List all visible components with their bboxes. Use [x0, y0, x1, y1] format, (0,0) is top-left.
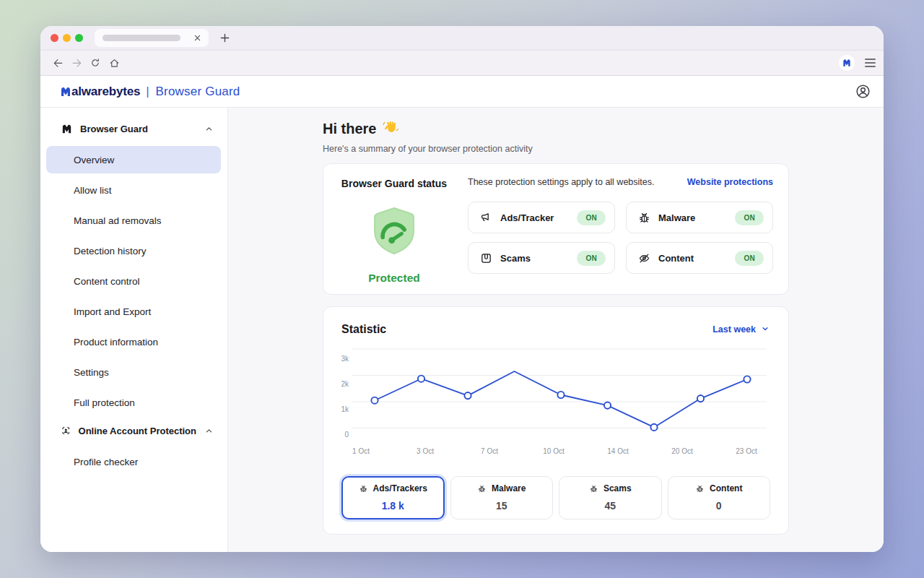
protection-state-toggle[interactable]: ON [577, 251, 606, 266]
chevron-up-icon [204, 124, 214, 134]
statistic-chart: 01k2k3k1 Oct3 Oct7 Oct10 Oct14 Oct20 Oct… [341, 342, 770, 459]
refresh-icon[interactable] [86, 53, 105, 72]
waving-hand-icon [383, 119, 398, 135]
sidebar-item-full-protection[interactable]: Full protection [46, 389, 221, 416]
chevron-up-icon[interactable] [204, 426, 214, 436]
protected-shield-icon [369, 205, 419, 256]
protection-state-toggle[interactable]: ON [735, 251, 764, 266]
refresh-icon [90, 57, 101, 69]
main-content: Hi there Here's a summary of your browse… [228, 108, 884, 552]
range-selector[interactable]: Last week [712, 324, 770, 336]
bug-icon [695, 484, 705, 493]
protection-label: Ads/Tracker [500, 212, 554, 223]
minimize-window-button[interactable] [63, 34, 71, 42]
website-protections-link[interactable]: Website protections [687, 177, 773, 187]
stat-label: Scams [603, 483, 632, 493]
x-tick-label: 3 Oct [417, 447, 434, 455]
sidebar-item-profile-checker[interactable]: Profile checker [46, 448, 221, 475]
malwarebytes-logo: alwarebytes | Browser Guard [59, 85, 240, 99]
waving-hand-icon [383, 119, 398, 139]
stat-card-content[interactable]: Content0 [668, 476, 771, 519]
y-tick-label: 1k [341, 405, 349, 413]
profile-icon[interactable] [855, 83, 871, 100]
sidebar-item-detection-history[interactable]: Detection history [46, 237, 221, 264]
x-tick-label: 23 Oct [736, 447, 757, 455]
malwarebytes-m-icon [59, 85, 72, 98]
hamburger-icon[interactable] [860, 53, 879, 72]
sidebar-item-overview[interactable]: Overview [46, 146, 221, 173]
protection-card-ads-tracker[interactable]: Ads/TrackerON [468, 202, 615, 233]
sidebar-item-import-and-export[interactable]: Import and Export [46, 298, 221, 325]
sidebar-item-allow-list[interactable]: Allow list [46, 176, 221, 204]
product-name: Browser Guard [156, 85, 240, 99]
y-tick-label: 0 [344, 431, 349, 439]
profile-icon [855, 83, 871, 100]
browser-window: alwarebytes | Browser Guard Browser Guar… [40, 26, 884, 552]
sidebar-item-content-control[interactable]: Content control [46, 267, 221, 295]
stat-value: 45 [604, 500, 616, 512]
new-tab-icon [219, 33, 230, 43]
home-icon[interactable] [105, 53, 123, 72]
x-tick-label: 20 Oct [671, 447, 693, 455]
stat-value: 0 [716, 500, 722, 512]
maximize-window-button[interactable] [75, 34, 83, 42]
tab-title-placeholder [103, 35, 180, 41]
forward-icon[interactable] [67, 53, 86, 72]
protection-status: Protected [368, 272, 420, 285]
protection-state-toggle[interactable]: ON [735, 210, 764, 225]
stat-label: Malware [492, 483, 526, 493]
chevron-down-icon [760, 324, 770, 334]
back-icon[interactable] [48, 53, 67, 72]
browser-toolbar [40, 50, 884, 75]
bug-icon [477, 484, 487, 493]
sidebar-item-manual-ad-removals[interactable]: Manual ad removals [46, 207, 221, 234]
malwarebytes-m-icon [61, 123, 73, 135]
stat-label: Ads/Trackers [373, 483, 427, 493]
sidebar: Browser GuardOverviewAllow listManual ad… [40, 108, 228, 552]
sidebar-section-label: Browser Guard [80, 124, 148, 134]
forward-icon [71, 57, 83, 69]
protection-card-scams[interactable]: ScamsON [468, 242, 615, 274]
close-tab-icon[interactable] [193, 33, 202, 43]
statistic-card: Statistic Last week 01k2k3k1 Oct3 Oct7 O… [323, 306, 789, 535]
app-header: alwarebytes | Browser Guard [40, 75, 884, 108]
protection-note: These protection settings apply to all w… [468, 177, 654, 187]
sidebar-item-settings[interactable]: Settings [46, 358, 221, 386]
browser-tab[interactable] [95, 29, 209, 47]
protection-card-malware[interactable]: MalwareON [626, 202, 773, 233]
sidebar-section-online-account-protection[interactable]: Online Account Protection [40, 416, 227, 445]
close-window-button[interactable] [51, 34, 58, 42]
hamburger-icon [865, 59, 876, 67]
sidebar-section-browser-guard[interactable]: Browser Guard [40, 114, 227, 143]
status-card-title: Browser Guard status [341, 178, 447, 189]
protection-label: Content [658, 253, 694, 264]
new-tab-icon[interactable] [219, 33, 230, 43]
statistic-title: Statistic [341, 323, 386, 336]
malwarebytes-extension-icon[interactable] [839, 55, 855, 71]
bug-icon [359, 484, 368, 493]
x-tick-label: 14 Oct [607, 447, 629, 455]
protection-card-content[interactable]: ContentON [626, 242, 773, 274]
chevron-up-icon [204, 426, 214, 436]
malwarebytes-m-icon [842, 58, 852, 68]
window-controls [51, 34, 83, 42]
protection-state-toggle[interactable]: ON [577, 210, 606, 225]
chevron-up-icon[interactable] [204, 124, 214, 134]
protection-label: Scams [500, 253, 531, 264]
brand-name: alwarebytes [71, 85, 140, 99]
x-tick-label: 7 Oct [481, 447, 498, 455]
sidebar-item-product-information[interactable]: Product information [46, 328, 221, 355]
range-label: Last week [712, 324, 756, 335]
protection-label: Malware [658, 212, 695, 223]
y-tick-label: 2k [341, 380, 349, 388]
stat-card-malware[interactable]: Malware15 [450, 476, 554, 519]
stat-value: 15 [496, 500, 507, 512]
online-account-protection-icon [61, 424, 71, 437]
megaphone-icon [479, 211, 493, 225]
stat-card-ads-trackers[interactable]: Ads/Trackers1.8 k [341, 476, 445, 519]
stat-card-scams[interactable]: Scams45 [559, 476, 662, 519]
greeting-subtitle: Here's a summary of your browser protect… [323, 144, 789, 154]
malwarebytes-m-icon [59, 85, 72, 98]
chevron-down-icon [760, 324, 770, 336]
x-tick-label: 10 Oct [543, 447, 565, 455]
